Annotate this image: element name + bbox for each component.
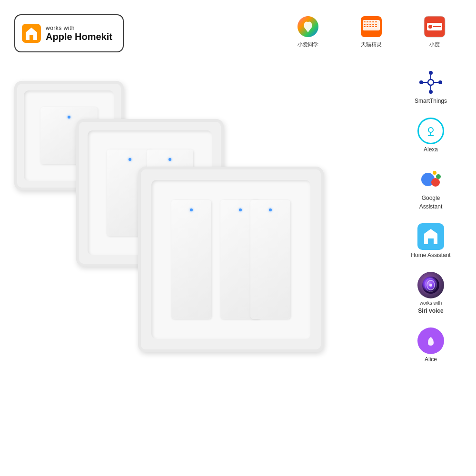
xiaodu-icon [422,14,447,39]
svg-rect-20 [363,31,380,32]
alexa-icon [417,118,444,144]
xiaoai-icon [296,14,320,39]
smart-platforms-column: SmartThings Alexa Google Assistant [395,69,466,367]
homekit-house-icon [22,24,41,43]
tianmao-label: 天猫精灵 [361,41,382,48]
smartthings-row: SmartThings [415,69,447,104]
switch-3gang-indicator-3 [269,208,272,211]
svg-point-27 [429,71,433,75]
switch-3gang-indicator-2 [239,208,242,211]
siri-label: Siri voice [418,307,443,314]
xiaodu-label: 小度 [429,41,440,48]
google-label2: Assistant [419,203,443,210]
homekit-title-label: Apple Homekit [46,31,112,42]
svg-rect-17 [375,26,377,27]
tianmao-icon [359,14,384,39]
svg-point-29 [419,80,423,84]
switch-1gang-indicator [68,116,70,119]
switch-2gang-right-indicator [169,158,171,161]
svg-point-39 [431,178,440,187]
alice-icon [417,327,444,354]
homekit-text: works with Apple Homekit [46,25,112,42]
switch-3gang-button-1[interactable] [171,200,211,319]
xiaodu-assistant: 小度 [422,14,447,48]
svg-rect-6 [367,21,368,22]
svg-rect-7 [367,24,368,25]
xiaoai-label: 小爱同学 [298,41,318,48]
svg-rect-15 [375,21,377,22]
switch-3gang-indicator-1 [190,208,193,211]
homekit-works-label: works with [46,25,112,31]
top-assistants-row: 小爱同学 [276,14,466,48]
alice-row: Alice [417,327,444,363]
svg-point-26 [428,79,434,85]
home-assistant-label: Home Assistant [411,252,450,258]
svg-point-35 [428,128,433,132]
svg-rect-5 [364,26,366,27]
svg-rect-8 [367,26,368,27]
svg-rect-9 [369,21,371,22]
smartthings-icon [417,69,444,96]
svg-rect-16 [375,24,377,25]
alice-label: Alice [425,356,437,363]
svg-rect-3 [364,21,366,22]
siri-icon [417,272,444,298]
xiaoai-assistant: 小爱同学 [296,14,320,48]
google-label: Google [422,195,440,201]
home-assistant-row: Home Assistant [411,223,450,258]
svg-rect-4 [364,24,366,25]
home-assistant-icon [417,223,444,250]
google-assistant-row: Google Assistant [417,166,444,210]
svg-point-41 [433,171,436,175]
alexa-row: Alexa [417,118,444,153]
tianmao-assistant: 天猫精灵 [359,14,384,48]
switch-3gang-inner [151,180,310,339]
svg-rect-13 [372,24,374,25]
svg-rect-12 [372,21,374,22]
svg-point-30 [438,80,442,84]
svg-rect-11 [369,26,371,27]
smartthings-label: SmartThings [415,98,447,104]
svg-point-46 [429,284,432,287]
switch-3gang [138,167,324,352]
switch-3gang-button-3[interactable] [250,200,290,319]
siri-row: works with Siri voice [417,272,444,314]
siri-works-label: works with [420,300,442,306]
switch-2gang-left-indicator [129,158,131,161]
svg-point-28 [429,90,433,94]
google-assistant-icon [417,166,444,193]
homekit-badge: works with Apple Homekit [14,14,124,52]
svg-rect-14 [372,26,374,27]
svg-point-23 [428,25,432,29]
switches-container [14,81,347,438]
svg-rect-10 [369,24,371,25]
alexa-label: Alexa [424,146,438,153]
svg-point-40 [436,174,441,179]
